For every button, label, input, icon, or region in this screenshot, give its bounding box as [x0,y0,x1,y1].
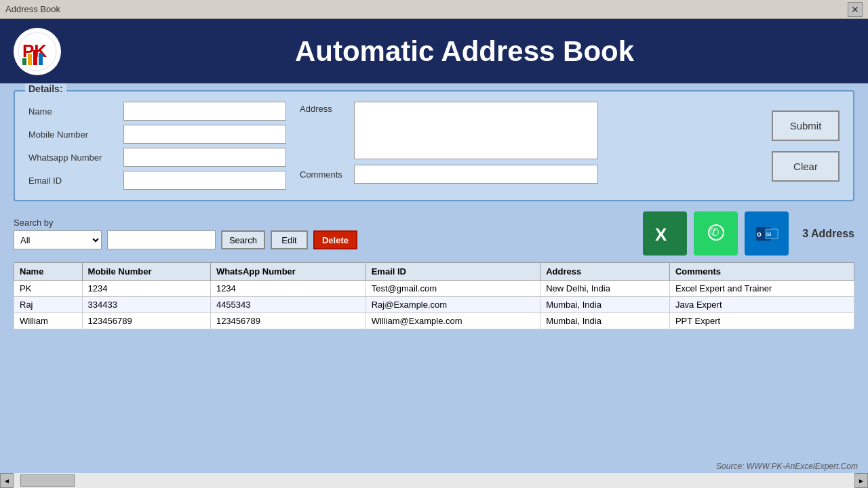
comments-label: Comments [300,169,347,180]
buttons-col: Submit Clear [772,102,840,190]
col-address: Address [540,263,670,281]
col-comments: Comments [669,263,854,281]
name-row: Name [28,102,286,121]
table-cell: Java Expert [669,297,854,313]
outlook-button[interactable]: ✉ o [745,211,789,256]
svg-text:✉: ✉ [766,231,772,238]
table-cell: 123456789 [82,313,210,329]
scroll-thumb[interactable] [20,474,75,487]
email-label: Email ID [28,176,117,186]
whatsapp-row: Whatsapp Number [28,148,286,167]
table-header-row: Name Mobile Number WhatsApp Number Email… [14,263,854,281]
table-row[interactable]: PK12341234Test@gmail.comNew Delhi, India… [14,281,854,297]
title-bar-text: Address Book [5,4,60,14]
table-cell: Raj@Example.com [366,297,540,313]
col-whatsapp: WhatsApp Number [210,263,366,281]
table-cell: New Delhi, India [540,281,670,297]
table-cell: PK [14,281,83,297]
svg-text:o: o [757,230,762,238]
search-input[interactable] [107,230,216,249]
right-fields: Address Comments [300,102,745,190]
address-row: Address [300,102,745,159]
mobile-input[interactable] [123,125,286,144]
close-button[interactable]: ✕ [848,2,863,17]
source-text: Source: WWW.PK-AnExcelExpert.Com [716,462,858,471]
app-header: PK Automatic Address Book [0,19,868,83]
search-wrapper: Search by All Name Mobile Number WhatsAp… [14,218,357,249]
main-content: Details: Name Mobile Number Whatsapp Num… [0,83,868,336]
table-cell: PPT Expert [669,313,854,329]
svg-rect-4 [33,50,37,65]
data-table: Name Mobile Number WhatsApp Number Email… [14,262,854,329]
scroll-left-button[interactable]: ◄ [0,473,14,488]
address-input[interactable] [354,102,598,159]
name-label: Name [28,106,117,117]
table-cell: 123456789 [210,313,366,329]
table-row[interactable]: William123456789123456789William@Example… [14,313,854,329]
table-cell: 1234 [210,281,366,297]
table-cell: 1234 [82,281,210,297]
svg-rect-2 [22,58,26,65]
table-cell: 4455343 [210,297,366,313]
email-input[interactable] [123,171,286,190]
name-input[interactable] [123,102,286,121]
table-cell: Excel Expert and Trainer [669,281,854,297]
mobile-label: Mobile Number [28,129,117,140]
whatsapp-label: Whatsapp Number [28,152,117,163]
whatsapp-input[interactable] [123,148,286,167]
excel-button[interactable]: X [643,211,687,256]
col-name: Name [14,263,83,281]
table-cell: Raj [14,297,83,313]
svg-text:X: X [655,224,667,245]
search-section: Search by All Name Mobile Number WhatsAp… [14,211,854,256]
logo: PK [14,28,61,75]
details-grid: Name Mobile Number Whatsapp Number Email… [28,102,840,190]
comments-row: Comments [300,165,745,184]
clear-button[interactable]: Clear [772,151,840,182]
svg-rect-3 [28,54,32,65]
comments-input[interactable] [354,165,598,184]
submit-button[interactable]: Submit [772,110,840,141]
table-cell: William@Example.com [366,313,540,329]
table-cell: William [14,313,83,329]
svg-text:✆: ✆ [710,226,719,238]
details-legend: Details: [25,83,66,94]
col-mobile: Mobile Number [82,263,210,281]
search-dropdown[interactable]: All Name Mobile Number WhatsApp Number E… [14,230,102,249]
table-cell: Mumbai, India [540,313,670,329]
email-row: Email ID [28,171,286,190]
delete-button[interactable]: Delete [313,230,357,249]
search-button[interactable]: Search [221,230,265,249]
search-controls: All Name Mobile Number WhatsApp Number E… [14,230,357,249]
left-fields: Name Mobile Number Whatsapp Number Email… [28,102,286,190]
details-section: Details: Name Mobile Number Whatsapp Num… [14,90,854,201]
table-cell: Test@gmail.com [366,281,540,297]
table-cell: 334433 [82,297,210,313]
scroll-track[interactable] [14,473,854,488]
address-label: Address [300,102,347,114]
svg-rect-5 [39,53,43,65]
mobile-row: Mobile Number [28,125,286,144]
bottom-scrollbar[interactable]: ◄ ► [0,473,868,488]
scroll-right-button[interactable]: ► [854,473,868,488]
whatsapp-button[interactable]: ✆ [694,211,738,256]
app-title: Automatic Address Book [75,35,854,68]
address-count: 3 Address [802,228,854,240]
action-icons: X ✆ ✉ o 3 Address [643,211,854,256]
table-cell: Mumbai, India [540,297,670,313]
edit-button[interactable]: Edit [271,230,308,249]
title-bar: Address Book ✕ [0,0,868,19]
table-row[interactable]: Raj3344334455343Raj@Example.comMumbai, I… [14,297,854,313]
search-by-label: Search by [14,218,357,228]
col-email: Email ID [366,263,540,281]
